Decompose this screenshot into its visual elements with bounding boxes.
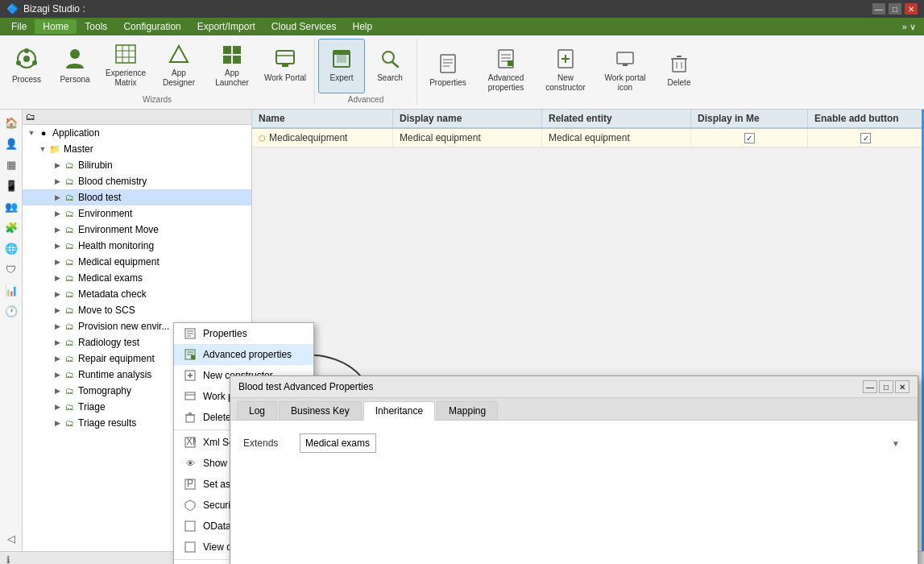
dialog-tabs: Log Business Key Inheritance Mapping [230,398,918,421]
sidebar-icon-clock[interactable]: 🕐 [2,301,21,321]
menu-help[interactable]: Help [345,19,381,34]
sidebar-icon-collapse[interactable]: ◁ [2,529,21,548]
expander-medical-exams[interactable]: ▶ [52,272,63,284]
expander-repair-equipment[interactable]: ▶ [52,353,63,364]
tab-business-key[interactable]: Business Key [279,401,362,420]
minimize-button[interactable]: — [872,3,885,15]
dialog-maximize-button[interactable]: □ [879,380,893,393]
tree-header: 🗂 [23,110,251,125]
label-environment: Environment [78,208,132,219]
tree-item-health-monitoring[interactable]: ▶ 🗂 Health monitoring [23,238,251,254]
icon-medical-equipment: 🗂 [63,255,76,268]
col-header-display-in-me: Display in Me [691,110,808,127]
sidebar-icon-shield[interactable]: 🛡 [2,259,21,279]
expander-radiology-test[interactable]: ▶ [52,337,63,348]
maximize-button[interactable]: □ [889,3,901,15]
close-button[interactable]: ✕ [905,3,918,15]
expander-move-to-scs[interactable]: ▶ [52,305,63,316]
properties-button[interactable]: Properties [421,44,475,98]
sidebar-icon-puzzle[interactable]: 🧩 [2,218,21,237]
expander-triage[interactable]: ▶ [52,401,63,413]
icon-blood-chemistry: 🗂 [63,175,76,188]
label-health-monitoring: Health monitoring [78,240,154,251]
app-launcher-button[interactable]: App Launcher [206,39,258,93]
expander-bilirubin[interactable]: ▶ [52,160,63,171]
expander-provision-new-env[interactable]: ▶ [52,321,63,332]
sidebar-icon-phone[interactable]: 📱 [2,176,21,195]
checkbox-display-in-me[interactable]: ✓ [744,133,755,143]
expander-blood-chemistry[interactable]: ▶ [52,176,63,187]
exp-matrix-button[interactable]: Experience Matrix [100,39,151,93]
sidebar-icon-globe[interactable]: 🌐 [2,238,21,258]
work-portal-button[interactable]: Work Portal [259,39,311,93]
menu-configuration[interactable]: Configuration [115,19,189,34]
expander-runtime-analysis[interactable]: ▶ [52,369,63,380]
expander-health-monitoring[interactable]: ▶ [52,240,63,251]
tree-item-metadata-check[interactable]: ▶ 🗂 Metadata check [23,286,251,302]
svg-rect-63 [185,521,195,531]
advanced-properties-label: Advanced properties [479,73,532,93]
dialog-body: Extends Medical exams ▼ [230,421,918,564]
svg-text:P: P [187,479,193,489]
tab-mapping[interactable]: Mapping [437,401,498,420]
cell-display-in-me[interactable]: ✓ [691,129,808,147]
sidebar-icon-users[interactable]: 👥 [2,197,21,216]
expander-blood-test[interactable]: ▶ [52,192,63,203]
menu-home[interactable]: Home [35,19,77,34]
tree-item-move-to-scs[interactable]: ▶ 🗂 Move to SCS [23,302,251,318]
menu-export-import[interactable]: Export/Import [189,19,263,34]
table-header: Name Display name Related entity Display… [252,110,924,129]
tree-item-medical-exams[interactable]: ▶ 🗂 Medical exams [23,270,251,286]
dialog-close-button[interactable]: ✕ [895,380,909,393]
icon-medical-exams: 🗂 [63,272,76,284]
sidebar-icon-chart[interactable]: 📊 [2,280,21,300]
tab-inheritance[interactable]: Inheritance [363,401,435,421]
sidebar-icon-grid[interactable]: ▦ [2,155,21,174]
delete-button[interactable]: Delete [656,44,702,98]
sidebar-icon-person[interactable]: 👤 [2,134,21,153]
expander-metadata-check[interactable]: ▶ [52,288,63,300]
expander-application[interactable]: ▼ [26,127,37,139]
tree-item-application[interactable]: ▼ ● Application [23,125,251,141]
tree-item-master[interactable]: ▼ 📁 Master [23,141,251,157]
app-launcher-icon [222,44,242,67]
new-constructor-button[interactable]: New constructor [537,44,595,98]
expander-environment-move[interactable]: ▶ [52,224,63,235]
menu-cloud-services[interactable]: Cloud Services [263,19,345,34]
expander-triage-results[interactable]: ▶ [52,417,63,429]
dialog-advanced-properties[interactable]: Blood test Advanced Properties — □ ✕ Log… [230,375,918,564]
menu-file[interactable]: File [3,19,35,34]
cm-item-advanced-properties[interactable]: Advanced properties [174,344,313,365]
work-portal-icon-button[interactable]: Work portal icon [596,44,654,98]
checkbox-enable-add-btn[interactable]: ✓ [860,133,871,143]
expander-tomography[interactable]: ▶ [52,385,63,396]
expert-button[interactable]: Expert [318,39,365,93]
menu-tools[interactable]: Tools [77,19,115,34]
cm-item-properties[interactable]: Properties [174,323,313,344]
tree-item-blood-test[interactable]: ▶ 🗂 Blood test [23,189,251,205]
label-blood-chemistry: Blood chemistry [78,176,147,187]
cell-enable-add-btn[interactable]: ✓ [808,129,924,147]
label-master: Master [64,143,93,155]
persona-button[interactable]: Persona [52,39,98,93]
dialog-minimize-button[interactable]: — [863,380,877,393]
cm-label-advanced-properties: Advanced properties [203,349,292,360]
process-icon [15,48,38,73]
sidebar-icon-home[interactable]: 🏠 [2,113,21,132]
tree-item-environment[interactable]: ▶ 🗂 Environment [23,205,251,222]
process-button[interactable]: Process [3,39,50,93]
advanced-properties-button[interactable]: Advanced properties [477,44,535,98]
tree-item-environment-move[interactable]: ▶ 🗂 Environment Move [23,222,251,238]
search-button[interactable]: Search [367,39,413,93]
expander-master[interactable]: ▼ [37,143,48,155]
expander-environment[interactable]: ▶ [52,208,63,219]
table-row[interactable]: ⬡ Medicalequipment Medical equipment Med… [252,129,924,147]
tree-item-blood-chemistry[interactable]: ▶ 🗂 Blood chemistry [23,173,251,189]
extends-select[interactable]: Medical exams [300,433,376,453]
tab-log[interactable]: Log [237,401,277,420]
app-designer-button[interactable]: App Designer [153,39,205,93]
tree-item-medical-equipment[interactable]: ▶ 🗂 Medical equipment [23,254,251,270]
expander-medical-equipment[interactable]: ▶ [52,256,63,267]
svg-rect-16 [276,51,294,64]
tree-item-bilirubin[interactable]: ▶ 🗂 Bilirubin [23,157,251,173]
